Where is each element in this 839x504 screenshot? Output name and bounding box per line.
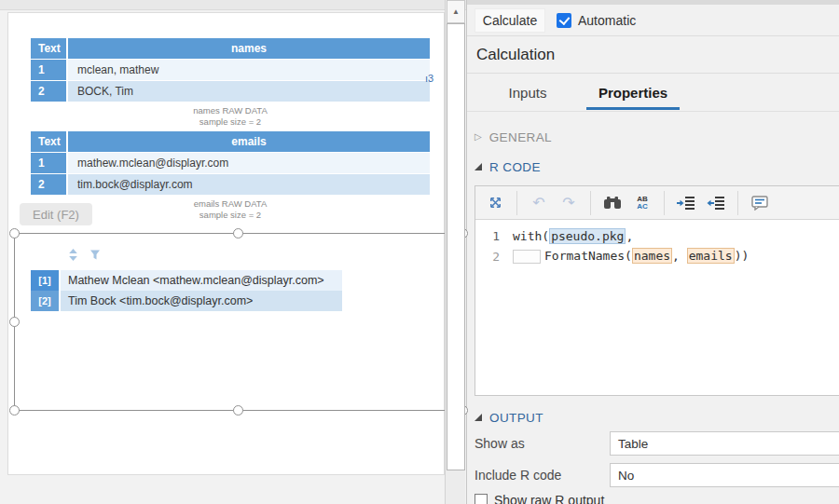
find-icon[interactable] (600, 191, 625, 215)
table-row: 2 tim.bock@displayr.com (31, 174, 430, 195)
show-raw-r-output-label: Show raw R output (494, 493, 604, 504)
table-row: 1 mathew.mclean@displayr.com (31, 153, 430, 173)
toolbar-separator (664, 191, 665, 215)
section-label: OUTPUT (489, 411, 543, 425)
clipped-text-marker: ı3 (425, 73, 433, 84)
row-index-cell: 2 (31, 174, 66, 195)
row-value-cell: mclean, mathew (68, 60, 430, 80)
document-canvas-pane: Text names 1 mclean, mathew 2 BOCK, Tim … (0, 0, 466, 504)
section-label: GENERAL (489, 130, 552, 144)
code-area[interactable]: 1 with(pseudo.pkg, 2 FormatNames(names, … (475, 220, 839, 395)
table-row: 1 mclean, mathew (31, 60, 430, 80)
section-expanded-icon (475, 163, 482, 170)
names-table[interactable]: Text names 1 mclean, mathew 2 BOCK, Tim (31, 38, 430, 102)
calculate-toolbar: Calculate Automatic (467, 5, 839, 36)
replace-icon[interactable]: AB AC (630, 191, 654, 215)
names-table-caption: names RAW DATA sample size = 2 (31, 105, 430, 128)
scrollbar-thumb[interactable] (447, 23, 465, 470)
indent-guide-box (513, 250, 541, 264)
highlighted-token: names (632, 248, 672, 264)
code-text: with(pseudo.pkg, (513, 229, 633, 243)
toolbar-separator (737, 191, 738, 215)
raw-output-row: Show raw R output (475, 493, 604, 504)
r-code-editor[interactable]: ↶ ↷ AB AC (475, 185, 839, 396)
section-r-code[interactable]: R CODE (475, 157, 541, 176)
displayr-app: Text names 1 mclean, mathew 2 BOCK, Tim … (0, 0, 839, 504)
object-inspector-panel: Calculate Automatic Calculation Inputs P… (466, 0, 839, 504)
resize-handle-top-middle[interactable] (233, 228, 243, 238)
table-corner-cell: Text (31, 131, 66, 152)
table-header-row: Text names (31, 38, 430, 59)
canvas-scrollbar[interactable]: ▲ (445, 0, 465, 504)
expand-editor-icon[interactable] (483, 191, 507, 215)
editor-toolbar: ↶ ↷ AB AC (475, 186, 839, 220)
row-value-cell: tim.bock@displayr.com (68, 174, 430, 195)
resize-handle-top-left[interactable] (9, 228, 20, 238)
inspector-tabs: Inputs Properties (467, 74, 839, 112)
automatic-label: Automatic (578, 13, 636, 28)
code-line-2: 2 FormatNames(names, emails)) (475, 246, 839, 266)
code-line-1: 1 with(pseudo.pkg, (475, 225, 839, 246)
automatic-checkbox[interactable] (557, 13, 571, 28)
panel-title-row: Calculation (467, 36, 839, 74)
line-number: 1 (475, 229, 513, 243)
active-tab-underline (586, 107, 680, 110)
table-row: 2 BOCK, Tim (31, 81, 430, 102)
resize-handle-middle-left[interactable] (9, 317, 20, 327)
include-r-code-label: Include R code (475, 463, 561, 487)
table-header-row: Text emails (31, 131, 430, 152)
code-text: FormatNames(names, emails)) (513, 249, 749, 264)
scrollbar-up-button[interactable]: ▲ (447, 0, 465, 23)
row-value-cell: BOCK, Tim (68, 81, 430, 102)
show-raw-r-output-checkbox[interactable] (475, 494, 488, 504)
include-r-code-dropdown[interactable]: No (610, 463, 839, 487)
show-as-dropdown[interactable]: Table (610, 431, 839, 456)
show-as-label: Show as (475, 431, 525, 456)
indent-icon[interactable] (674, 191, 698, 215)
calculate-button[interactable]: Calculate (475, 8, 545, 33)
section-expanded-icon (475, 414, 482, 421)
resize-handle-bottom-left[interactable] (9, 405, 20, 415)
table-corner-cell: Text (31, 38, 66, 59)
comment-icon[interactable] (748, 191, 772, 215)
row-index-cell: 1 (31, 60, 66, 80)
scroll-up-arrow-icon: ▲ (452, 7, 460, 16)
highlighted-token: emails (687, 248, 735, 264)
tab-properties[interactable]: Properties (586, 74, 680, 111)
edit-f2-button[interactable]: Edit (F2) (20, 203, 92, 225)
row-index-cell: 2 (31, 81, 66, 102)
section-label: R CODE (489, 160, 541, 174)
toolbar-separator (590, 191, 591, 215)
outdent-icon[interactable] (704, 191, 728, 215)
line-number: 2 (475, 250, 513, 264)
canvas-top-strip (0, 0, 466, 10)
selection-rectangle (14, 233, 463, 411)
undo-icon[interactable]: ↶ (527, 191, 551, 215)
tab-inputs[interactable]: Inputs (490, 74, 565, 111)
caption-line: names RAW DATA (31, 105, 430, 116)
resize-handle-bottom-middle[interactable] (233, 405, 243, 415)
redo-icon[interactable]: ↷ (557, 191, 581, 215)
emails-table[interactable]: Text emails 1 mathew.mclean@displayr.com… (31, 131, 430, 196)
chevron-right-icon: ▷ (475, 132, 482, 142)
table-title-cell: names (68, 38, 430, 59)
highlighted-token: pseudo.pkg (549, 228, 626, 244)
row-value-cell: mathew.mclean@displayr.com (68, 153, 430, 173)
page-title: Calculation (476, 46, 555, 64)
table-title-cell: emails (68, 131, 430, 152)
row-index-cell: 1 (31, 153, 66, 173)
section-output[interactable]: OUTPUT (475, 408, 543, 427)
caption-line: sample size = 2 (31, 116, 430, 128)
section-general[interactable]: ▷ GENERAL (475, 128, 552, 146)
replace-icon-text: AB AC (637, 196, 648, 211)
toolbar-separator (516, 191, 517, 215)
